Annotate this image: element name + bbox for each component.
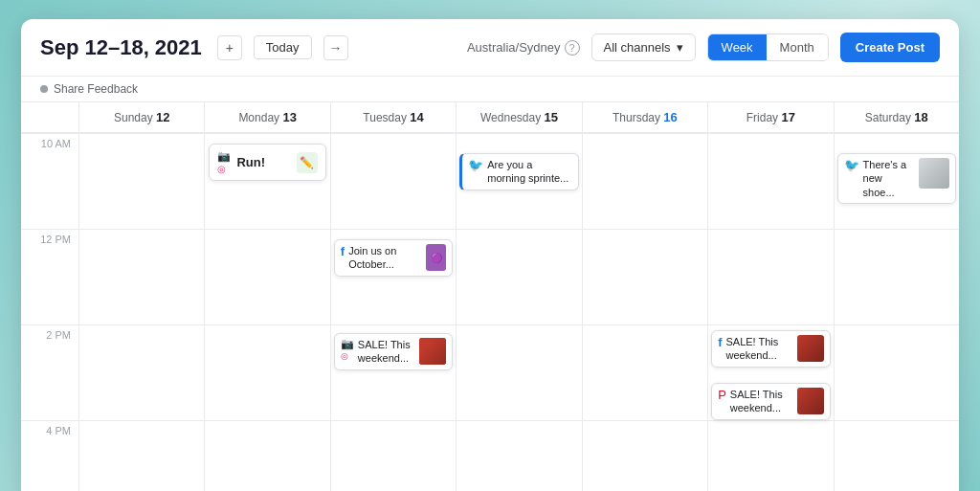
monday-cell-4 [205,420,329,491]
header: Sep 12–18, 2021 + Today → Australia/Sydn… [21,19,959,77]
tuesday-join-text: Join us on October... [348,244,422,272]
twitter-icon: 🐦 [468,158,483,172]
wednesday-cell-1: 🐦 Are you a morning sprinte... [457,133,581,229]
ig-sale-icons: 📷 ◎ [341,338,354,361]
column-friday: f SALE! This weekend... P SALE! This wee… [707,133,833,491]
time-slots: 10 AM 12 PM 2 PM 4 PM [21,133,78,491]
saturday-cell-2 [835,229,959,324]
instagram-icon: 📷 [217,150,231,163]
nav-next-button[interactable]: → [323,35,348,60]
thursday-cell-2 [583,229,707,324]
thursday-cell-1 [583,133,707,229]
friday-cell-2 [708,229,833,324]
join-thumb: 🟣 [426,244,446,271]
tuesday-join-event[interactable]: f Join us on October... 🟣 [334,239,453,277]
sunday-cell-3 [79,324,204,420]
run-label: Run! [236,155,265,169]
wednesday-morning-event[interactable]: 🐦 Are you a morning sprinte... [459,153,578,190]
wednesday-cell-2 [457,229,581,324]
column-monday: 📷 ◎ Run! ✏️ [204,133,329,491]
sunday-cell-1 [79,133,204,229]
ig-circle-icon: ◎ [341,351,354,361]
friday-cell-4 [708,420,833,491]
monday-cell-1: 📷 ◎ Run! ✏️ [205,133,329,229]
day-header-friday: Friday 17 [707,102,833,132]
tuesday-sale-event[interactable]: 📷 ◎ SALE! This weekend... [334,333,453,370]
time-label-2pm: 2 PM [21,324,78,420]
saturday-shoe-text: There's a new shoe... [863,158,915,199]
calendar-grid: Sunday 12 Monday 13 Tuesday 14 Wednesday… [21,102,959,491]
feedback-bar: Share Feedback [21,77,959,102]
sale-thumb-fri1 [797,335,824,362]
day-header-sunday: Sunday 12 [78,102,204,132]
create-post-button[interactable]: Create Post [840,33,940,62]
column-thursday [582,133,707,491]
ig-multi-icon: 📷 ◎ [217,150,231,174]
day-header-saturday: Saturday 18 [834,102,959,132]
day-header-monday: Monday 13 [204,102,329,132]
run-pencil-btn[interactable]: ✏️ [297,152,318,173]
tuesday-cell-2: f Join us on October... 🟣 [331,229,456,324]
wednesday-cell-3 [457,324,581,420]
month-view-button[interactable]: Month [767,34,828,60]
calendar-body: 10 AM 12 PM 2 PM 4 PM 📷 [21,133,959,491]
tuesday-sale-text: SALE! This weekend... [358,338,415,366]
time-label-10am: 10 AM [21,133,78,229]
wednesday-cell-4 [457,420,581,491]
saturday-cell-3 [835,324,959,420]
shoe-thumb [919,158,949,189]
friday-sale-event[interactable]: f SALE! This weekend... [711,330,830,368]
monday-cell-2 [205,229,329,324]
friday-cell-3: f SALE! This weekend... P SALE! This wee… [708,324,833,420]
wednesday-morning-text: Are you a morning sprinte... [487,158,571,186]
monday-run-event[interactable]: 📷 ◎ Run! ✏️ [209,144,325,181]
feedback-dot-icon [40,85,48,93]
time-gutter-header [21,102,78,132]
feedback-label[interactable]: Share Feedback [54,82,138,96]
sale-thumb-tue [419,338,446,365]
channels-dropdown[interactable]: All channels ▾ [591,33,696,61]
pencil-icon: ✏️ [297,152,318,173]
column-sunday [78,133,204,491]
week-view-button[interactable]: Week [708,34,767,60]
day-header-wednesday: Wednesday 15 [456,102,581,132]
sunday-cell-2 [79,229,204,324]
pinterest-icon: P [718,388,726,402]
today-button[interactable]: Today [254,35,312,59]
saturday-cell-1: 🐦 There's a new shoe... [835,133,959,229]
time-label-12pm: 12 PM [21,229,78,324]
instagram-sale-icon: 📷 [341,338,354,350]
sunday-cell-4 [79,420,204,491]
date-range: Sep 12–18, 2021 [40,35,202,60]
column-saturday: 🐦 There's a new shoe... [834,133,959,491]
timezone-help-icon[interactable]: ? [565,40,580,56]
friday-cell-1 [708,133,833,229]
nav-prev-button[interactable]: + [217,35,242,60]
thursday-cell-3 [583,324,707,420]
friday-sale-pinterest-event[interactable]: P SALE! This weekend... [711,383,830,420]
instagram-circle-icon: ◎ [217,164,231,174]
time-label-4pm: 4 PM [21,420,78,491]
saturday-shoe-event[interactable]: 🐦 There's a new shoe... [837,153,956,204]
day-header-tuesday: Tuesday 14 [330,102,456,132]
sale-thumb-fri2 [797,388,824,414]
tuesday-cell-4 [331,420,456,491]
facebook-sale-icon: f [718,335,722,349]
facebook-icon: f [341,244,345,258]
column-wednesday: 🐦 Are you a morning sprinte... [456,133,581,491]
column-tuesday: ≡ We're hiring sh... ≡ f Join us on Octo… [330,133,456,491]
friday-sale-text: SALE! This weekend... [725,335,792,363]
thursday-cell-4 [583,420,707,491]
calendar-container: Sep 12–18, 2021 + Today → Australia/Sydn… [21,19,959,491]
friday-sale2-text: SALE! This weekend... [730,388,793,415]
view-toggle: Week Month [707,33,829,61]
monday-cell-3 [205,324,329,420]
timezone-label: Australia/Sydney ? [467,40,580,56]
twitter-shoe-icon: 🐦 [844,158,859,172]
tuesday-cell-1: ≡ We're hiring sh... ≡ [331,133,456,229]
day-headers: Sunday 12 Monday 13 Tuesday 14 Wednesday… [21,102,959,133]
day-header-thursday: Thursday 16 [582,102,707,132]
tuesday-cell-3: 📷 ◎ SALE! This weekend... [331,324,456,420]
saturday-cell-4 [835,420,959,491]
